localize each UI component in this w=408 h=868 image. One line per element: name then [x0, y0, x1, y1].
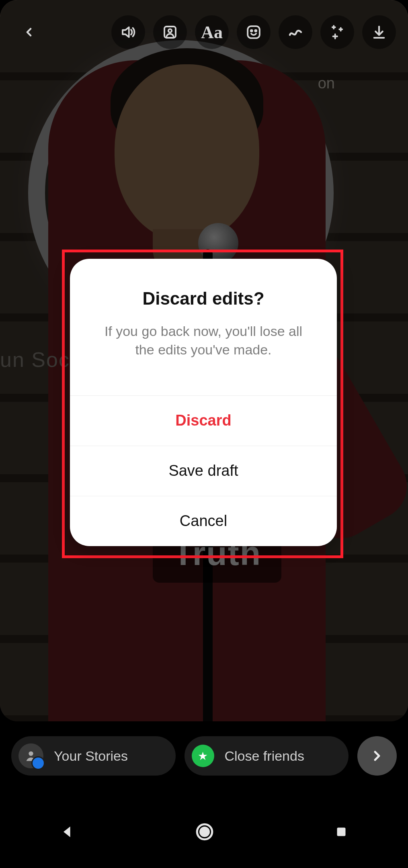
sticker-icon [245, 24, 262, 41]
your-stories-button[interactable]: Your Stories [11, 736, 176, 776]
svg-rect-3 [248, 26, 260, 38]
send-button[interactable] [357, 736, 397, 776]
cancel-button[interactable]: Cancel [70, 496, 337, 546]
draw-button[interactable] [279, 15, 312, 49]
download-icon [371, 24, 387, 41]
text-tool-icon: Aa [201, 22, 223, 43]
discard-button[interactable]: Discard [70, 395, 337, 446]
discard-dialog: Discard edits? If you go back now, you'l… [70, 259, 337, 546]
facebook-badge-icon [31, 756, 45, 770]
save-draft-button[interactable]: Save draft [70, 446, 337, 496]
svg-point-2 [168, 29, 172, 32]
mention-icon [162, 24, 178, 41]
svg-rect-10 [337, 828, 345, 836]
effects-icon [329, 24, 346, 41]
device-frame: un Soc on Truth Aa [0, 0, 408, 868]
chevron-right-icon [369, 748, 385, 764]
effects-button[interactable] [320, 15, 354, 49]
nav-recents-icon [334, 825, 349, 839]
share-bar: Your Stories ★ Close friends [11, 736, 397, 776]
close-friends-label: Close friends [225, 748, 304, 764]
close-friends-star-icon: ★ [192, 745, 214, 767]
watermark-left-text: un Soc [0, 348, 70, 372]
nav-back-icon [59, 824, 76, 840]
svg-point-5 [255, 30, 256, 32]
nav-home-icon [195, 822, 215, 842]
close-friends-button[interactable]: ★ Close friends [185, 736, 349, 776]
avatar [18, 743, 43, 768]
dialog-message: If you go back now, you'll lose all the … [99, 322, 308, 359]
svg-marker-0 [123, 27, 129, 37]
sticker-button[interactable] [237, 15, 271, 49]
mention-button[interactable] [153, 15, 187, 49]
download-button[interactable] [362, 15, 396, 49]
microphone-head [198, 223, 238, 263]
person-hair [111, 48, 263, 153]
text-tool-button[interactable]: Aa [195, 15, 229, 49]
your-stories-label: Your Stories [54, 748, 128, 764]
sound-icon [120, 24, 137, 41]
sound-button[interactable] [111, 15, 145, 49]
svg-point-4 [251, 30, 252, 32]
back-icon [22, 25, 36, 39]
back-button[interactable] [12, 15, 46, 49]
nav-recents-button[interactable] [334, 825, 349, 839]
system-nav-bar [0, 806, 408, 858]
svg-point-9 [201, 828, 209, 836]
dialog-title: Discard edits? [89, 289, 318, 309]
nav-home-button[interactable] [195, 822, 215, 842]
nav-back-button[interactable] [59, 824, 76, 840]
editor-toolbar: Aa [0, 15, 408, 49]
top-right-text: on [318, 75, 335, 92]
person-head [115, 64, 259, 241]
dialog-body: Discard edits? If you go back now, you'l… [70, 259, 337, 395]
draw-icon [287, 24, 304, 41]
svg-point-7 [29, 751, 33, 756]
